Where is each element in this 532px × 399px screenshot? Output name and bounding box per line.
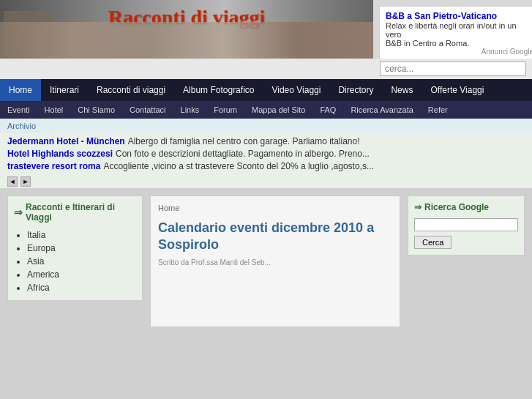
sidebar-title-text: Racconti e Itinerari di Viaggi <box>26 202 136 223</box>
ticker-text-2: Con foto e descrizioni dettagliate. Paga… <box>116 149 370 159</box>
ad-line1: Relax e libertà negli orari in/out in un… <box>386 21 532 39</box>
ticker-link-3[interactable]: trastevere resort roma <box>7 161 100 171</box>
sub-nav-eventi[interactable]: Eventi <box>0 101 37 119</box>
sub-nav-chi-siamo[interactable]: Chi Siamo <box>70 101 122 119</box>
ticker-text-1: Albergo di famiglia nel centro con garag… <box>128 136 360 146</box>
ticker-item-1: Jedermann Hotel - München Albergo di fam… <box>7 136 525 146</box>
slider-controls: ◄ ► <box>0 175 532 188</box>
ad-line2: B&B in Centro a Roma. <box>386 39 532 48</box>
sidebar-box: ⇒ Racconti e Itinerari di Viaggi Italia … <box>7 195 143 301</box>
sub-nav-mappa[interactable]: Mappa del Sito <box>244 101 312 119</box>
list-item: America <box>27 268 136 281</box>
sidebar-list: Italia Europa Asia America Africa <box>27 228 136 294</box>
slider-next[interactable]: ► <box>20 176 31 187</box>
ad-box: B&B a San Pietro-Vaticano Relax e libert… <box>379 6 532 59</box>
list-item: Africa <box>27 281 136 294</box>
right-arrow-icon: ⇒ <box>414 202 422 212</box>
slider-prev[interactable]: ◄ <box>7 176 18 187</box>
ad-google-label: Annunci Google <box>386 48 532 56</box>
banner-logo: Racconti di viaggi <box>0 0 373 59</box>
banner-skyline <box>0 22 373 59</box>
archivio-bar: Archivio <box>0 119 532 133</box>
center-content: Home Calendario eventi dicembre 2010 a S… <box>150 195 400 327</box>
right-box: ⇒ Ricerca Google Cerca <box>408 195 525 256</box>
sidebar-link-europa[interactable]: Europa <box>27 243 56 253</box>
google-search-button[interactable]: Cerca <box>414 236 452 249</box>
right-sidebar: ⇒ Ricerca Google Cerca <box>408 195 525 327</box>
sub-nav-hotel[interactable]: Hotel <box>37 101 71 119</box>
sidebar-title: ⇒ Racconti e Itinerari di Viaggi <box>14 202 136 223</box>
main-nav: Home Itinerari Racconti di viaggi Album … <box>0 79 532 101</box>
ticker-text-3: Accogliente ,vicino a st trastevere Scon… <box>103 161 374 171</box>
sub-nav-forum[interactable]: Forum <box>206 101 244 119</box>
google-search-input[interactable] <box>414 218 518 231</box>
ticker-item-3: trastevere resort roma Accogliente ,vici… <box>7 161 525 171</box>
search-bar <box>0 59 532 79</box>
nav-item-itinerari[interactable]: Itinerari <box>41 79 88 101</box>
article-meta: Scritto da Prof.ssa Manti del Seb... <box>158 258 392 266</box>
sub-nav-refer[interactable]: Refer <box>421 101 455 119</box>
sub-nav-ricerca[interactable]: Ricerca Avanzata <box>343 101 420 119</box>
sub-nav: Eventi Hotel Chi Siamo Contattaci Links … <box>0 101 532 119</box>
sidebar-link-italia[interactable]: Italia <box>27 230 45 240</box>
header-banner: Racconti di viaggi B&B a San Pietro-Vati… <box>0 0 532 59</box>
main-content: ⇒ Racconti e Itinerari di Viaggi Italia … <box>0 188 532 335</box>
ticker-link-2[interactable]: Hotel Highlands scozzesi <box>7 149 113 159</box>
nav-item-racconti[interactable]: Racconti di viaggi <box>88 79 174 101</box>
sidebar-link-africa[interactable]: Africa <box>27 283 50 293</box>
ticker-item-2: Hotel Highlands scozzesi Con foto e desc… <box>7 149 525 159</box>
sidebar-link-asia[interactable]: Asia <box>27 256 44 266</box>
list-item: Italia <box>27 228 136 242</box>
nav-item-home[interactable]: Home <box>0 79 41 101</box>
sub-nav-faq[interactable]: FAQ <box>312 101 343 119</box>
ticker-container: Jedermann Hotel - München Albergo di fam… <box>0 133 532 175</box>
sub-nav-links[interactable]: Links <box>173 101 207 119</box>
nav-item-offerte[interactable]: Offerte Viaggi <box>422 79 492 101</box>
right-title-text: Ricerca Google <box>424 202 489 212</box>
nav-item-news[interactable]: News <box>382 79 422 101</box>
right-title: ⇒ Ricerca Google <box>414 202 518 212</box>
sub-nav-contattaci[interactable]: Contattaci <box>122 101 173 119</box>
nav-item-video[interactable]: Video Viaggi <box>263 79 329 101</box>
breadcrumb: Home <box>158 204 392 212</box>
archivio-link[interactable]: Archivio <box>7 122 36 130</box>
nav-item-album[interactable]: Album Fotografico <box>174 79 263 101</box>
article-title: Calendario eventi dicembre 2010 a Sospir… <box>158 220 392 254</box>
ticker-link-1[interactable]: Jedermann Hotel - München <box>7 136 125 146</box>
list-item: Asia <box>27 255 136 268</box>
sidebar-link-america[interactable]: America <box>27 269 59 280</box>
nav-item-directory[interactable]: Directory <box>329 79 382 101</box>
ad-title[interactable]: B&B a San Pietro-Vaticano <box>386 11 532 21</box>
left-sidebar: ⇒ Racconti e Itinerari di Viaggi Italia … <box>7 195 143 327</box>
sidebar-arrow-icon: ⇒ <box>14 206 23 218</box>
search-input[interactable] <box>380 61 526 76</box>
list-item: Europa <box>27 242 136 255</box>
